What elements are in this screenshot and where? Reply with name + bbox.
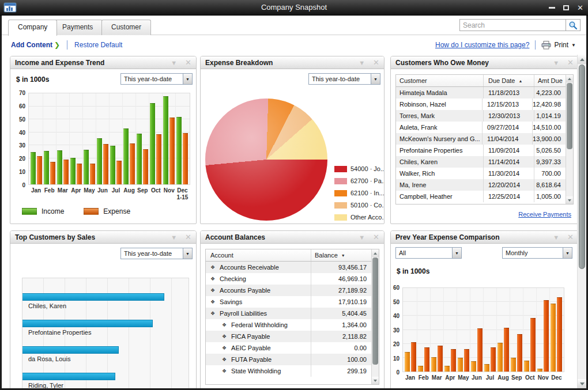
table-row[interactable]: Auleta, Frank09/27/201414,510.00 (396, 122, 566, 133)
table-row[interactable]: ❖Payroll Liabilities5,404.45 (206, 308, 371, 319)
table-row[interactable]: ❖Accounts Receivable93,456.17 (206, 262, 371, 273)
x-tick-label: Nov (537, 374, 550, 381)
table-row[interactable]: ❖FUTA Payable100.00 (206, 354, 371, 365)
table-row[interactable]: Torres, Mark12/30/20131,014.19 (396, 110, 566, 122)
scroll-down-icon[interactable] (566, 196, 573, 204)
x-tick-label: Nov (163, 187, 176, 200)
tab-customer[interactable]: Customer (101, 20, 151, 35)
table-row[interactable]: ❖Federal Withholding1,364.00 (206, 319, 371, 331)
table-row[interactable]: ❖State Withholding299.19 (206, 365, 371, 377)
panel-title: Account Balances (205, 233, 350, 241)
collapse-panel-icon[interactable]: ▼ (553, 59, 559, 66)
scrollbar-thumb[interactable] (579, 65, 585, 269)
cell-customer: Walker, Rich (396, 168, 484, 179)
table-row[interactable]: ❖Savings17,910.19 (206, 296, 371, 308)
dropdown-arrow-icon[interactable]: ▼ (183, 248, 192, 259)
add-content-button[interactable]: Add Content❯ (11, 41, 60, 49)
table-row[interactable]: Walker, Rich11/30/2014700.00 (396, 168, 566, 179)
table-row[interactable]: ❖Accounts Payable27,189.92 (206, 285, 371, 296)
scroll-up-icon[interactable] (372, 249, 379, 257)
cell-customer: Himateja Madala (396, 87, 484, 99)
search-input[interactable] (459, 19, 566, 31)
close-panel-icon[interactable]: ✕ (185, 58, 191, 67)
collapse-panel-icon[interactable]: ▼ (553, 234, 559, 241)
customize-help-link[interactable]: How do I customize this page? (435, 41, 529, 49)
table-row[interactable]: McKeown's Nursery and G...11/04/201413,9… (396, 133, 566, 145)
panel-title: Income and Expense Trend (15, 59, 163, 67)
tab-company[interactable]: Company (8, 20, 57, 36)
y-tick-label: 50 (19, 116, 25, 122)
restore-default-button[interactable]: Restore Default (74, 41, 122, 49)
expense-bar (130, 143, 135, 184)
close-panel-icon[interactable]: ✕ (373, 58, 379, 67)
table-row[interactable]: Campbell, Heather12/25/20141,005.00 (396, 191, 566, 202)
2013-bar (557, 297, 562, 372)
dropdown-arrow-icon[interactable]: ▼ (452, 248, 461, 258)
close-panel-icon[interactable]: ✕ (567, 58, 574, 67)
bar-group (404, 288, 417, 372)
column-header-balance[interactable]: Balance▼ (311, 252, 371, 259)
table-scrollbar[interactable] (371, 249, 379, 384)
table-row[interactable]: ❖AEIC Payable0.00 (206, 342, 371, 354)
2012-bar (537, 369, 542, 372)
table-row[interactable]: ❖Checking46,969.10 (206, 273, 371, 285)
period-dropdown[interactable]: This year-to-date ▼ (120, 248, 193, 259)
x-tick-label: Mar (430, 374, 443, 381)
column-header-customer[interactable]: Customer (396, 75, 484, 86)
account-filter-dropdown[interactable]: All ▼ (395, 247, 462, 259)
panel-header: Prev Year Expense Comparison ▼ ✕ (391, 231, 578, 244)
scrollbar-thumb[interactable] (372, 258, 378, 365)
receive-payments-link[interactable]: Receive Payments (518, 211, 571, 218)
panel-header: Income and Expense Trend ▼ ✕ (10, 56, 196, 69)
tab-payments[interactable]: Payments (52, 20, 103, 35)
scrollbar-thumb[interactable] (567, 83, 572, 149)
dropdown-arrow-icon[interactable]: ▼ (563, 248, 572, 258)
collapse-panel-icon[interactable]: ▼ (171, 234, 177, 241)
dropdown-arrow-icon[interactable]: ▼ (371, 74, 380, 84)
y-tick-label: 70 (19, 90, 25, 96)
expense-bar (116, 161, 122, 184)
table-row[interactable]: Chiles, Karen11/14/20149,397.33 (396, 156, 566, 168)
table-header: Account Balance▼ (206, 249, 371, 262)
scroll-down-icon[interactable] (578, 379, 586, 388)
close-panel-icon[interactable]: ✕ (567, 233, 574, 241)
table-row[interactable]: Himateja Madala11/18/20134,223.00 (396, 87, 566, 99)
2012-bar (511, 358, 516, 372)
dropdown-arrow-icon[interactable]: ▼ (183, 74, 192, 84)
period-dropdown[interactable]: This year-to-date ▼ (308, 73, 380, 85)
main-scrollbar[interactable] (577, 55, 586, 388)
table-row[interactable]: Robinson, Hazel12/15/201312,420.98 (396, 99, 566, 110)
collapse-panel-icon[interactable]: ▼ (359, 59, 365, 66)
table-row[interactable]: Prefontaine Properties11/09/20145,026.50 (396, 145, 566, 156)
interval-dropdown[interactable]: Monthly ▼ (502, 247, 572, 259)
diamond-icon: ❖ (222, 334, 227, 339)
panel-income-expense-trend: Income and Expense Trend ▼ ✕ $ in 1000s … (10, 56, 197, 224)
search-button[interactable] (566, 19, 581, 31)
table-scrollbar[interactable] (566, 75, 573, 204)
dashboard-content: Income and Expense Trend ▼ ✕ $ in 1000s … (2, 55, 586, 388)
table-row[interactable]: Ma, Irene12/20/20148,618.64 (396, 179, 566, 191)
cell-customer: Prefontaine Properties (396, 145, 484, 156)
x-tick-label: Jun (96, 187, 109, 200)
table-row[interactable]: ❖FICA Payable2,118.82 (206, 331, 371, 342)
close-panel-icon[interactable]: ✕ (373, 233, 379, 241)
column-header-amt-due[interactable]: Amt Due (534, 77, 566, 84)
maximize-button[interactable] (563, 5, 569, 10)
period-dropdown[interactable]: This year-to-date ▼ (120, 73, 193, 85)
scroll-down-icon[interactable] (372, 377, 379, 384)
collapse-panel-icon[interactable]: ▼ (171, 59, 177, 66)
scroll-up-icon[interactable] (578, 55, 586, 64)
expense-bar (37, 156, 42, 184)
scroll-up-icon[interactable] (566, 75, 573, 82)
minimize-button[interactable] (549, 7, 555, 9)
print-button[interactable]: Print ▼ (541, 41, 576, 50)
column-header-due-date[interactable]: Due Date▲ (484, 75, 534, 86)
table-body: Himateja Madala11/18/20134,223.00Robinso… (396, 87, 566, 202)
income-bar (123, 128, 129, 184)
x-tick-label: May (457, 374, 470, 381)
collapse-panel-icon[interactable]: ▼ (359, 234, 365, 241)
print-dropdown-arrow-icon[interactable]: ▼ (571, 43, 576, 48)
close-button[interactable]: ✕ (577, 4, 583, 12)
close-panel-icon[interactable]: ✕ (185, 233, 191, 241)
column-header-account[interactable]: Account (206, 249, 311, 261)
